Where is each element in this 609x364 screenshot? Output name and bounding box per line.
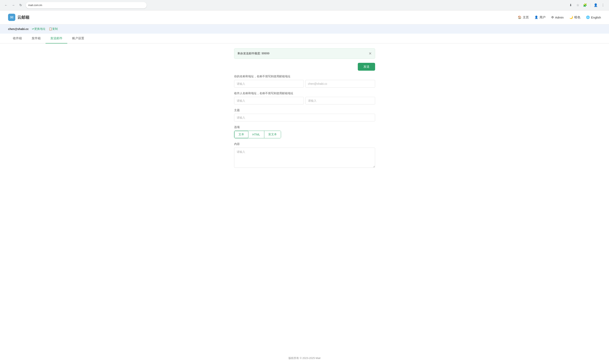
forward-button[interactable]: →: [11, 2, 16, 8]
sender-name-input[interactable]: [234, 80, 304, 88]
nav-user-label: 用户: [540, 15, 545, 19]
back-button[interactable]: ←: [3, 2, 9, 8]
nav-user[interactable]: 👤 用户: [534, 15, 545, 19]
tab-settings[interactable]: 账户设置: [67, 34, 89, 43]
dark-icon: 🌙: [569, 15, 573, 19]
menu-icon[interactable]: ⋮: [600, 2, 606, 8]
copy-address-button[interactable]: 📋复制: [49, 27, 58, 31]
browser-chrome: ← → ↻ ⬇ ☆ 🧩 👤 ⋮: [0, 0, 609, 11]
sender-input-row: [234, 80, 375, 88]
tabs-container: 收件箱 发件箱 发送邮件 账户设置: [0, 34, 609, 43]
app-header: ✉ 云邮箱 🏠 主页 👤 用户 ⚙ Admin 🌙 暗色 🌐 Englis: [0, 11, 609, 24]
options-section: 选项 文本 HTML 富文本: [234, 125, 375, 138]
nav-lang-label: English: [591, 16, 601, 19]
app-container: ✉ 云邮箱 🏠 主页 👤 用户 ⚙ Admin 🌙 暗色 🌐 Englis: [0, 11, 609, 364]
compose-container: 剩余发送邮件额度: 99999 ✕ 发送 你的名称和地址，名称不填写则使用邮箱地…: [234, 48, 375, 168]
header-nav: 🏠 主页 👤 用户 ⚙ Admin 🌙 暗色 🌐 English: [518, 15, 601, 19]
recipient-label: 收件人名称和地址，名称不填写则使用邮箱地址: [234, 91, 375, 95]
alert-text: 剩余发送邮件额度: 99999: [238, 52, 270, 55]
option-richtext-button[interactable]: 富文本: [264, 131, 281, 138]
recipient-input-row: [234, 97, 375, 104]
logo-icon: ✉: [8, 14, 15, 21]
nav-dark-label: 暗色: [574, 15, 580, 19]
nav-home[interactable]: 🏠 主页: [518, 15, 529, 19]
recipient-section: 收件人名称和地址，名称不填写则使用邮箱地址: [234, 91, 375, 104]
email-banner: chen@shabi.cc ⇌更换地址 📋复制: [0, 24, 609, 34]
main-content: 剩余发送邮件额度: 99999 ✕ 发送 你的名称和地址，名称不填写则使用邮箱地…: [0, 43, 609, 352]
nav-home-label: 主页: [523, 15, 529, 19]
send-button-area: 发送: [234, 63, 375, 71]
reload-button[interactable]: ↻: [18, 2, 23, 8]
alert-bar: 剩余发送邮件额度: 99999 ✕: [234, 48, 375, 59]
admin-icon: ⚙: [551, 15, 554, 19]
lang-icon: 🌐: [586, 15, 590, 19]
nav-admin[interactable]: ⚙ Admin: [551, 15, 564, 19]
home-icon: 🏠: [518, 15, 522, 19]
change-address-button[interactable]: ⇌更换地址: [32, 27, 46, 31]
subject-input[interactable]: [234, 114, 375, 121]
profile-icon[interactable]: 👤: [593, 2, 598, 8]
content-section: 内容: [234, 142, 375, 168]
options-group: 文本 HTML 富文本: [234, 131, 281, 138]
extensions-icon[interactable]: 🧩: [582, 2, 588, 8]
sender-email-input[interactable]: [305, 80, 375, 88]
user-icon: 👤: [534, 15, 538, 19]
email-address: chen@shabi.cc: [8, 27, 29, 31]
recipient-name-input[interactable]: [234, 97, 304, 104]
send-button[interactable]: 发送: [358, 63, 375, 71]
browser-nav-buttons: ← → ↻: [3, 2, 23, 8]
option-text-button[interactable]: 文本: [234, 131, 248, 138]
footer-text: 版权所有 © 2023-2025 Mail: [289, 357, 320, 360]
tab-inbox[interactable]: 收件箱: [8, 34, 27, 43]
tab-compose[interactable]: 发送邮件: [46, 34, 67, 43]
tab-sent[interactable]: 发件箱: [27, 34, 46, 43]
alert-close-button[interactable]: ✕: [369, 51, 372, 56]
logo-area: ✉ 云邮箱: [8, 14, 29, 21]
star-icon[interactable]: ☆: [575, 2, 581, 8]
content-label: 内容: [234, 142, 375, 146]
nav-language[interactable]: 🌐 English: [586, 15, 601, 19]
sender-label: 你的名称和地址，名称不填写则使用邮箱地址: [234, 75, 375, 78]
app-footer: 版权所有 © 2023-2025 Mail: [0, 352, 609, 364]
logo-text: 云邮箱: [17, 15, 29, 20]
address-bar[interactable]: [26, 2, 147, 8]
browser-actions: ⬇ ☆ 🧩 👤 ⋮: [568, 2, 606, 8]
content-textarea[interactable]: [234, 148, 375, 168]
sender-section: 你的名称和地址，名称不填写则使用邮箱地址: [234, 75, 375, 88]
nav-dark[interactable]: 🌙 暗色: [569, 15, 580, 19]
option-html-button[interactable]: HTML: [248, 131, 264, 138]
options-label: 选项: [234, 125, 375, 129]
nav-admin-label: Admin: [555, 16, 564, 19]
recipient-email-input[interactable]: [305, 97, 375, 104]
subject-label: 主题: [234, 108, 375, 112]
subject-section: 主题: [234, 108, 375, 121]
download-icon[interactable]: ⬇: [568, 2, 573, 8]
